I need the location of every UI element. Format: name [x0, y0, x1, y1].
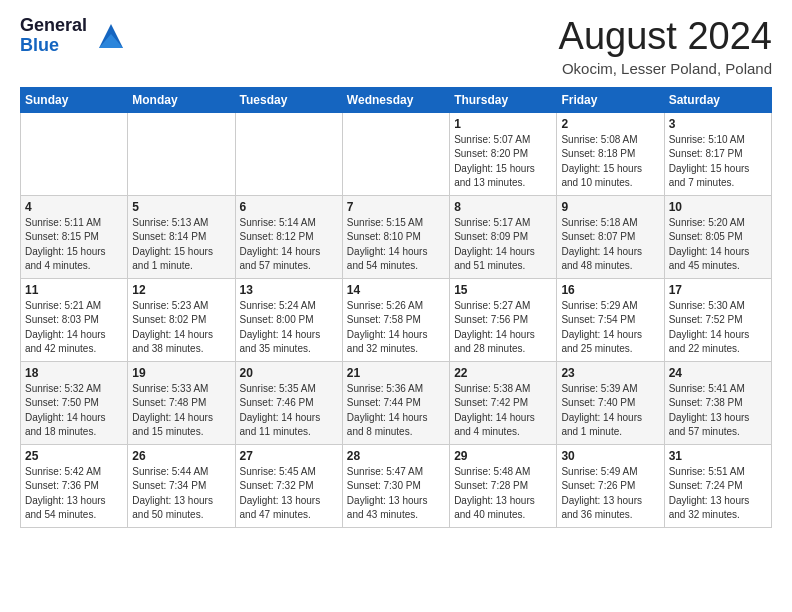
day-number: 16 — [561, 283, 659, 297]
day-detail: Sunrise: 5:24 AM Sunset: 8:00 PM Dayligh… — [240, 299, 338, 357]
day-number: 27 — [240, 449, 338, 463]
day-detail: Sunrise: 5:26 AM Sunset: 7:58 PM Dayligh… — [347, 299, 445, 357]
col-tuesday: Tuesday — [235, 87, 342, 112]
table-cell: 2Sunrise: 5:08 AM Sunset: 8:18 PM Daylig… — [557, 112, 664, 195]
day-detail: Sunrise: 5:36 AM Sunset: 7:44 PM Dayligh… — [347, 382, 445, 440]
day-detail: Sunrise: 5:42 AM Sunset: 7:36 PM Dayligh… — [25, 465, 123, 523]
week-row-2: 4Sunrise: 5:11 AM Sunset: 8:15 PM Daylig… — [21, 195, 772, 278]
table-cell: 31Sunrise: 5:51 AM Sunset: 7:24 PM Dayli… — [664, 444, 771, 527]
table-cell: 16Sunrise: 5:29 AM Sunset: 7:54 PM Dayli… — [557, 278, 664, 361]
day-number: 5 — [132, 200, 230, 214]
table-cell: 28Sunrise: 5:47 AM Sunset: 7:30 PM Dayli… — [342, 444, 449, 527]
calendar-table: Sunday Monday Tuesday Wednesday Thursday… — [20, 87, 772, 528]
table-cell: 9Sunrise: 5:18 AM Sunset: 8:07 PM Daylig… — [557, 195, 664, 278]
day-number: 30 — [561, 449, 659, 463]
day-detail: Sunrise: 5:49 AM Sunset: 7:26 PM Dayligh… — [561, 465, 659, 523]
table-cell: 6Sunrise: 5:14 AM Sunset: 8:12 PM Daylig… — [235, 195, 342, 278]
day-detail: Sunrise: 5:45 AM Sunset: 7:32 PM Dayligh… — [240, 465, 338, 523]
table-cell: 27Sunrise: 5:45 AM Sunset: 7:32 PM Dayli… — [235, 444, 342, 527]
day-number: 13 — [240, 283, 338, 297]
day-detail: Sunrise: 5:18 AM Sunset: 8:07 PM Dayligh… — [561, 216, 659, 274]
table-cell — [342, 112, 449, 195]
day-detail: Sunrise: 5:47 AM Sunset: 7:30 PM Dayligh… — [347, 465, 445, 523]
day-number: 14 — [347, 283, 445, 297]
day-detail: Sunrise: 5:35 AM Sunset: 7:46 PM Dayligh… — [240, 382, 338, 440]
day-number: 11 — [25, 283, 123, 297]
day-detail: Sunrise: 5:14 AM Sunset: 8:12 PM Dayligh… — [240, 216, 338, 274]
week-row-1: 1Sunrise: 5:07 AM Sunset: 8:20 PM Daylig… — [21, 112, 772, 195]
day-number: 2 — [561, 117, 659, 131]
day-number: 6 — [240, 200, 338, 214]
day-detail: Sunrise: 5:15 AM Sunset: 8:10 PM Dayligh… — [347, 216, 445, 274]
table-cell: 25Sunrise: 5:42 AM Sunset: 7:36 PM Dayli… — [21, 444, 128, 527]
day-detail: Sunrise: 5:48 AM Sunset: 7:28 PM Dayligh… — [454, 465, 552, 523]
day-detail: Sunrise: 5:08 AM Sunset: 8:18 PM Dayligh… — [561, 133, 659, 191]
day-detail: Sunrise: 5:11 AM Sunset: 8:15 PM Dayligh… — [25, 216, 123, 274]
day-number: 9 — [561, 200, 659, 214]
day-detail: Sunrise: 5:44 AM Sunset: 7:34 PM Dayligh… — [132, 465, 230, 523]
table-cell: 5Sunrise: 5:13 AM Sunset: 8:14 PM Daylig… — [128, 195, 235, 278]
day-number: 4 — [25, 200, 123, 214]
header-row: Sunday Monday Tuesday Wednesday Thursday… — [21, 87, 772, 112]
day-number: 8 — [454, 200, 552, 214]
logo-general: General — [20, 16, 87, 36]
table-cell: 8Sunrise: 5:17 AM Sunset: 8:09 PM Daylig… — [450, 195, 557, 278]
table-cell: 12Sunrise: 5:23 AM Sunset: 8:02 PM Dayli… — [128, 278, 235, 361]
day-detail: Sunrise: 5:39 AM Sunset: 7:40 PM Dayligh… — [561, 382, 659, 440]
day-number: 26 — [132, 449, 230, 463]
table-cell: 10Sunrise: 5:20 AM Sunset: 8:05 PM Dayli… — [664, 195, 771, 278]
day-detail: Sunrise: 5:29 AM Sunset: 7:54 PM Dayligh… — [561, 299, 659, 357]
location-title: Okocim, Lesser Poland, Poland — [559, 60, 772, 77]
day-number: 21 — [347, 366, 445, 380]
table-cell: 14Sunrise: 5:26 AM Sunset: 7:58 PM Dayli… — [342, 278, 449, 361]
week-row-5: 25Sunrise: 5:42 AM Sunset: 7:36 PM Dayli… — [21, 444, 772, 527]
month-title: August 2024 — [559, 16, 772, 58]
table-cell: 13Sunrise: 5:24 AM Sunset: 8:00 PM Dayli… — [235, 278, 342, 361]
day-detail: Sunrise: 5:30 AM Sunset: 7:52 PM Dayligh… — [669, 299, 767, 357]
day-detail: Sunrise: 5:13 AM Sunset: 8:14 PM Dayligh… — [132, 216, 230, 274]
logo: General Blue — [20, 16, 127, 56]
table-cell — [128, 112, 235, 195]
table-cell — [235, 112, 342, 195]
table-cell: 7Sunrise: 5:15 AM Sunset: 8:10 PM Daylig… — [342, 195, 449, 278]
day-number: 22 — [454, 366, 552, 380]
table-cell: 4Sunrise: 5:11 AM Sunset: 8:15 PM Daylig… — [21, 195, 128, 278]
logo-icon — [95, 20, 127, 52]
day-number: 3 — [669, 117, 767, 131]
col-wednesday: Wednesday — [342, 87, 449, 112]
table-cell: 17Sunrise: 5:30 AM Sunset: 7:52 PM Dayli… — [664, 278, 771, 361]
day-detail: Sunrise: 5:41 AM Sunset: 7:38 PM Dayligh… — [669, 382, 767, 440]
table-cell: 19Sunrise: 5:33 AM Sunset: 7:48 PM Dayli… — [128, 361, 235, 444]
table-cell: 20Sunrise: 5:35 AM Sunset: 7:46 PM Dayli… — [235, 361, 342, 444]
day-number: 10 — [669, 200, 767, 214]
day-detail: Sunrise: 5:23 AM Sunset: 8:02 PM Dayligh… — [132, 299, 230, 357]
table-cell: 29Sunrise: 5:48 AM Sunset: 7:28 PM Dayli… — [450, 444, 557, 527]
header: General Blue August 2024 Okocim, Lesser … — [20, 16, 772, 77]
day-number: 19 — [132, 366, 230, 380]
table-cell: 18Sunrise: 5:32 AM Sunset: 7:50 PM Dayli… — [21, 361, 128, 444]
day-detail: Sunrise: 5:07 AM Sunset: 8:20 PM Dayligh… — [454, 133, 552, 191]
title-block: August 2024 Okocim, Lesser Poland, Polan… — [559, 16, 772, 77]
day-number: 28 — [347, 449, 445, 463]
col-monday: Monday — [128, 87, 235, 112]
day-detail: Sunrise: 5:10 AM Sunset: 8:17 PM Dayligh… — [669, 133, 767, 191]
table-cell: 23Sunrise: 5:39 AM Sunset: 7:40 PM Dayli… — [557, 361, 664, 444]
day-number: 1 — [454, 117, 552, 131]
table-cell: 30Sunrise: 5:49 AM Sunset: 7:26 PM Dayli… — [557, 444, 664, 527]
day-number: 12 — [132, 283, 230, 297]
day-number: 7 — [347, 200, 445, 214]
page: General Blue August 2024 Okocim, Lesser … — [0, 0, 792, 544]
day-number: 31 — [669, 449, 767, 463]
table-cell: 26Sunrise: 5:44 AM Sunset: 7:34 PM Dayli… — [128, 444, 235, 527]
table-cell — [21, 112, 128, 195]
day-detail: Sunrise: 5:38 AM Sunset: 7:42 PM Dayligh… — [454, 382, 552, 440]
day-detail: Sunrise: 5:33 AM Sunset: 7:48 PM Dayligh… — [132, 382, 230, 440]
day-number: 23 — [561, 366, 659, 380]
day-number: 15 — [454, 283, 552, 297]
day-number: 18 — [25, 366, 123, 380]
week-row-3: 11Sunrise: 5:21 AM Sunset: 8:03 PM Dayli… — [21, 278, 772, 361]
day-number: 17 — [669, 283, 767, 297]
day-number: 24 — [669, 366, 767, 380]
day-number: 29 — [454, 449, 552, 463]
table-cell: 3Sunrise: 5:10 AM Sunset: 8:17 PM Daylig… — [664, 112, 771, 195]
